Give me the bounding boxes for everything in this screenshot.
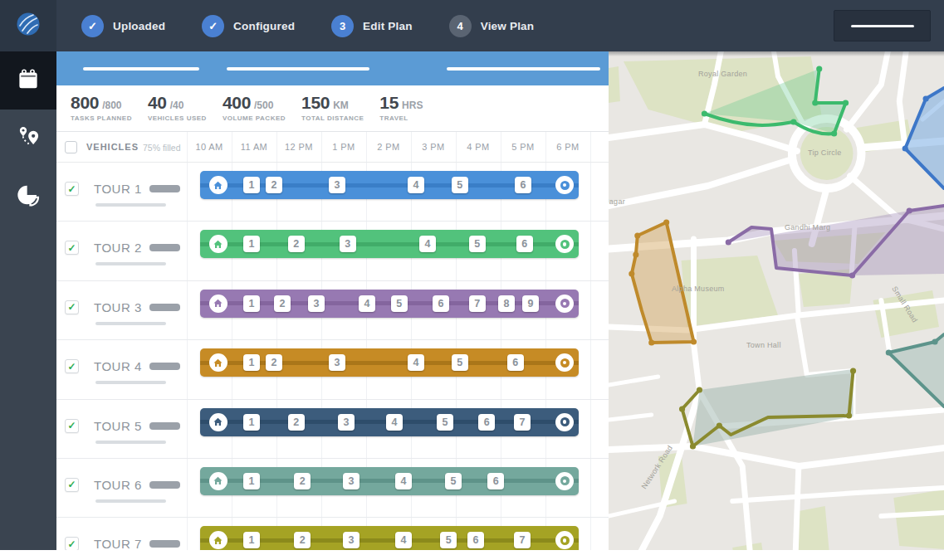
stop-chip-5[interactable]: 5 (445, 473, 462, 489)
home-icon[interactable] (209, 235, 227, 253)
step-uploaded[interactable]: ✓Uploaded (81, 15, 165, 37)
stop-chip-1[interactable]: 1 (243, 295, 260, 312)
tour-checkbox[interactable]: ✓ (65, 300, 79, 314)
step-edit-plan[interactable]: 3Edit Plan (331, 15, 413, 37)
stop-chip-3[interactable]: 3 (343, 532, 360, 548)
stop-chip-2[interactable]: 2 (288, 414, 305, 431)
stop-chip-1[interactable]: 1 (243, 532, 260, 548)
stop-chip-6[interactable]: 6 (467, 532, 484, 548)
stop-chip-2[interactable]: 2 (266, 177, 282, 193)
stop-chip-3[interactable]: 3 (329, 177, 345, 193)
stop-chip-2[interactable]: 2 (294, 473, 311, 489)
stop-chip-1[interactable]: 1 (243, 177, 260, 193)
tour-checkbox[interactable]: ✓ (65, 419, 79, 433)
sidebar-item-pie-chart[interactable] (0, 168, 56, 226)
sidebar-item-calendar[interactable] (0, 51, 56, 110)
tour-timeline-bar[interactable]: 123456789 (200, 290, 579, 318)
sidebar-item-route-pins[interactable] (0, 110, 56, 168)
stop-chip-6[interactable]: 6 (516, 236, 533, 252)
stat-value: 40 (148, 93, 167, 113)
tour-timeline-bar[interactable]: 123456 (200, 230, 579, 258)
home-icon[interactable] (209, 531, 227, 549)
home-icon[interactable] (209, 176, 227, 194)
tour-checkbox[interactable]: ✓ (65, 537, 79, 551)
step-label: Configured (233, 20, 295, 32)
stop-chip-4[interactable]: 4 (395, 473, 412, 489)
stop-chip-2[interactable]: 2 (274, 295, 291, 312)
placeholder-line (83, 67, 199, 71)
topbar-menu-button[interactable] (834, 10, 931, 41)
stop-chip-5[interactable]: 5 (469, 236, 486, 252)
stop-chip-4[interactable]: 4 (419, 236, 436, 252)
stop-chip-3[interactable]: 3 (329, 354, 345, 371)
tour-timeline-bar[interactable]: 123456 (200, 171, 579, 199)
stop-chip-1[interactable]: 1 (243, 354, 260, 371)
stop-chip-2[interactable]: 2 (288, 236, 305, 252)
end-stop-icon[interactable] (555, 413, 574, 431)
step-check-icon: ✓ (202, 15, 224, 37)
stat-value: 15 (379, 93, 399, 113)
end-stop-icon[interactable] (555, 235, 574, 253)
stop-chip-5[interactable]: 5 (440, 532, 457, 548)
stop-chip-3[interactable]: 3 (340, 236, 356, 252)
tour-checkbox[interactable]: ✓ (65, 182, 79, 196)
tour-checkbox[interactable]: ✓ (65, 241, 79, 255)
stop-chip-6[interactable]: 6 (507, 354, 524, 371)
stop-chip-2[interactable]: 2 (266, 354, 282, 371)
tour-timeline-bar[interactable]: 123456 (200, 348, 579, 377)
stop-chip-9[interactable]: 9 (522, 295, 539, 312)
tour-checkbox[interactable]: ✓ (65, 359, 79, 373)
stop-chip-2[interactable]: 2 (294, 532, 311, 548)
fill-percentage-note: 75% filled (143, 143, 181, 153)
stop-chip-5[interactable]: 5 (391, 295, 408, 312)
map-canvas[interactable]: Royal GardenTip CircleNagarGandhi MargAl… (609, 51, 944, 560)
end-stop-icon[interactable] (555, 295, 574, 313)
stop-chip-6[interactable]: 6 (433, 295, 449, 312)
select-all-checkbox[interactable] (65, 141, 77, 153)
stop-chip-6[interactable]: 6 (478, 414, 495, 431)
tour-timeline-bar[interactable]: 123456 (200, 467, 579, 495)
stop-chip-1[interactable]: 1 (243, 473, 260, 489)
stop-chip-4[interactable]: 4 (408, 177, 424, 193)
stop-chip-3[interactable]: 3 (338, 414, 355, 431)
hour-label: 11 AM (232, 142, 276, 152)
hour-label: 4 PM (456, 142, 501, 152)
home-icon[interactable] (209, 413, 227, 431)
stat-vehicles-used: 40 /40 VEHICLES USED (148, 93, 207, 122)
stop-chip-7[interactable]: 7 (469, 295, 486, 312)
stop-chip-3[interactable]: 3 (308, 295, 325, 312)
stop-chip-7[interactable]: 7 (514, 532, 531, 548)
stop-chip-5[interactable]: 5 (452, 354, 468, 371)
stop-chip-4[interactable]: 4 (395, 532, 412, 548)
stop-chip-3[interactable]: 3 (343, 473, 360, 489)
tour-checkbox[interactable]: ✓ (65, 478, 79, 492)
stop-chip-5[interactable]: 5 (452, 177, 468, 193)
stop-chip-5[interactable]: 5 (437, 414, 453, 431)
tour-meta-placeholder (149, 185, 180, 192)
stop-chip-7[interactable]: 7 (514, 414, 531, 431)
stop-chip-6[interactable]: 6 (487, 473, 504, 489)
stat-volume-packed: 400 /500 VOLUME PACKED (223, 93, 286, 122)
stop-chip-8[interactable]: 8 (498, 295, 515, 312)
end-stop-icon[interactable] (555, 531, 574, 549)
placeholder-line (447, 67, 600, 71)
step-view-plan[interactable]: 4View Plan (449, 15, 535, 37)
stop-chip-6[interactable]: 6 (515, 177, 531, 193)
stop-chip-4[interactable]: 4 (408, 354, 424, 371)
step-configured[interactable]: ✓Configured (202, 15, 295, 37)
stop-chip-4[interactable]: 4 (359, 295, 375, 312)
home-icon[interactable] (209, 472, 227, 490)
stop-chip-1[interactable]: 1 (243, 236, 260, 252)
stop-chip-4[interactable]: 4 (386, 414, 403, 431)
vehicles-label: VEHICLES (86, 142, 139, 152)
end-stop-icon[interactable] (555, 472, 574, 490)
app-logo[interactable] (0, 0, 56, 51)
home-icon[interactable] (209, 295, 227, 313)
tour-subbar-placeholder (95, 262, 166, 265)
end-stop-icon[interactable] (555, 353, 574, 372)
home-icon[interactable] (209, 353, 227, 372)
tour-timeline-bar[interactable]: 1234567 (200, 408, 579, 436)
end-stop-icon[interactable] (555, 176, 574, 194)
stop-chip-1[interactable]: 1 (243, 414, 260, 431)
tour-name: TOUR 7 (94, 537, 142, 551)
